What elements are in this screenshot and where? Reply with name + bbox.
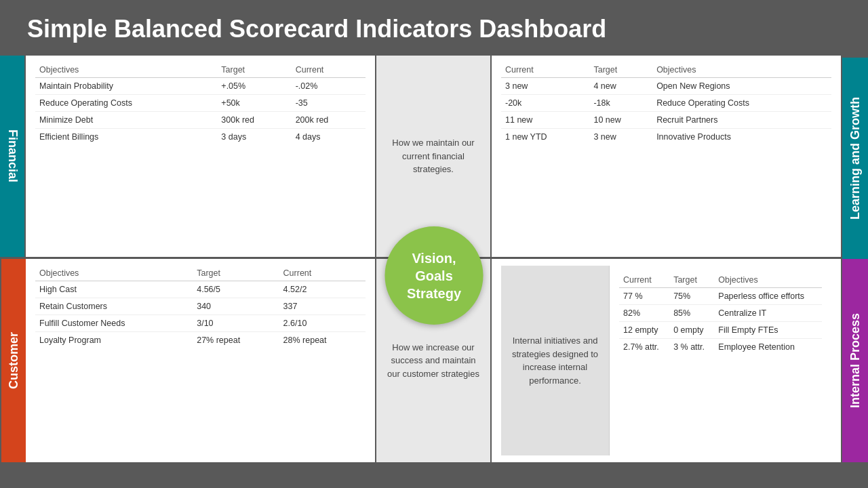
table-row: 77 %75%Paperless office efforts: [619, 288, 822, 305]
table-row: Efficient Billings3 days4 days: [35, 129, 366, 146]
table-row: 3 new4 newOpen New Regions: [501, 78, 831, 95]
internal-content: Internal initiatives and strategies desi…: [492, 259, 842, 462]
ip-col-objectives: Objectives: [714, 272, 822, 288]
financial-content: Objectives Target Current Maintain Proba…: [26, 56, 376, 259]
financial-tab: Financial: [0, 56, 26, 259]
table-row: 1 new YTD3 newInnovative Products: [501, 129, 831, 146]
table-row: High Cast4.56/54.52/2: [35, 281, 366, 298]
table-row: Maintain Probability+.05%-.02%: [35, 78, 366, 95]
ip-col-current: Current: [619, 272, 669, 288]
learning-content: Current Target Objectives 3 new4 newOpen…: [492, 56, 842, 259]
ip-col-target: Target: [669, 272, 714, 288]
table-row: Fulfill Customer Needs3/102.6/10: [35, 315, 366, 332]
internal-tab: Internal Process: [842, 259, 868, 462]
financial-col-current: Current: [292, 62, 366, 78]
title: Simple Balanced Scorecard Indicators Das…: [0, 0, 868, 56]
table-row: Reduce Operating Costs+50k-35: [35, 95, 366, 112]
financial-col-target: Target: [217, 62, 291, 78]
cust-col-current: Current: [279, 266, 366, 281]
financial-table: Objectives Target Current Maintain Proba…: [35, 62, 366, 145]
lg-col-objectives: Objectives: [652, 62, 831, 78]
customer-content: Objectives Target Current High Cast4.56/…: [26, 259, 376, 462]
internal-description: Internal initiatives and strategies desi…: [501, 266, 610, 455]
table-row: Loyalty Program27% repeat28% repeat: [35, 332, 366, 349]
cust-col-target: Target: [193, 266, 279, 281]
internal-table: Current Target Objectives 77 %75%Paperle…: [619, 272, 822, 355]
learning-table: Current Target Objectives 3 new4 newOpen…: [501, 62, 831, 145]
lg-col-target: Target: [589, 62, 652, 78]
table-row: Minimize Debt300k red200k red: [35, 112, 366, 129]
table-row: 12 empty0 emptyFill Empty FTEs: [619, 322, 822, 339]
table-row: 11 new10 newRecruit Partners: [501, 112, 831, 129]
vision-circle: Vision,GoalsStrategy: [385, 226, 484, 325]
table-row: Retain Customers340337: [35, 298, 366, 315]
table-row: 2.7% attr.3 % attr.Employee Retention: [619, 339, 822, 356]
customer-table: Objectives Target Current High Cast4.56/…: [35, 266, 366, 348]
table-row: -20k-18kReduce Operating Costs: [501, 95, 831, 112]
customer-tab: Customer: [0, 259, 26, 462]
table-row: 82%85%Centralize IT: [619, 305, 822, 322]
financial-col-objectives: Objectives: [35, 62, 217, 78]
cust-col-objectives: Objectives: [35, 266, 193, 281]
learning-tab: Learning and Growth: [842, 56, 868, 259]
lg-col-current: Current: [501, 62, 589, 78]
vision-text: Vision,GoalsStrategy: [407, 249, 461, 302]
